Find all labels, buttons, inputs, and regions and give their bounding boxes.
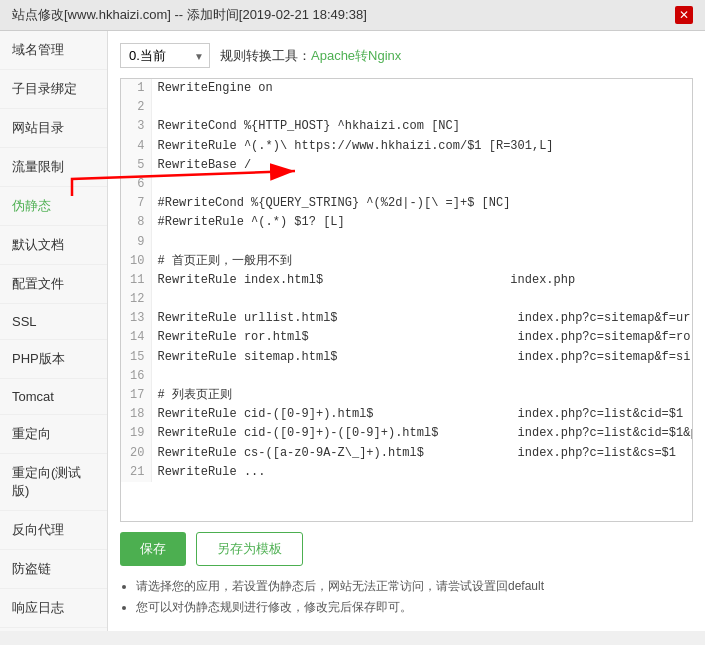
code-line-18: 18RewriteRule cid-([0-9]+).html$ index.p… — [121, 405, 693, 424]
line-number: 4 — [121, 137, 151, 156]
line-content: RewriteRule sitemap.html$ index.php?c=si… — [151, 348, 693, 367]
sidebar-item-pseudo-static[interactable]: 伪静态 — [0, 187, 107, 226]
mode-select[interactable]: 0.当前 1.默认 2.自定义 — [120, 43, 210, 68]
window-title-bar: 站点修改[www.hkhaizi.com] -- 添加时间[2019-02-21… — [0, 0, 705, 31]
sidebar-item-tomcat[interactable]: Tomcat — [0, 379, 107, 415]
line-content: #RewriteRule ^(.*) $1? [L] — [151, 213, 693, 232]
line-content: RewriteRule ror.html$ index.php?c=sitema… — [151, 328, 693, 347]
line-content: RewriteRule ... — [151, 463, 693, 482]
line-number: 6 — [121, 175, 151, 194]
sidebar-item-subdir[interactable]: 子目录绑定 — [0, 70, 107, 109]
line-number: 12 — [121, 290, 151, 309]
sidebar-item-reverse-proxy[interactable]: 反向代理 — [0, 511, 107, 550]
code-line-14: 14RewriteRule ror.html$ index.php?c=site… — [121, 328, 693, 347]
converter-link[interactable]: Apache转Nginx — [311, 48, 401, 63]
buttons-row: 保存 另存为模板 — [120, 532, 693, 566]
code-line-11: 11RewriteRule index.html$ index.php — [121, 271, 693, 290]
line-content: # 列表页正则 — [151, 386, 693, 405]
line-content: RewriteRule cid-([0-9]+).html$ index.php… — [151, 405, 693, 424]
line-number: 20 — [121, 444, 151, 463]
line-content — [151, 290, 693, 309]
line-number: 1 — [121, 79, 151, 98]
main-container: 域名管理子目录绑定网站目录流量限制伪静态默认文档配置文件SSLPHP版本Tomc… — [0, 31, 705, 631]
line-number: 15 — [121, 348, 151, 367]
line-number: 13 — [121, 309, 151, 328]
code-table: 1RewriteEngine on23RewriteCond %{HTTP_HO… — [121, 79, 693, 482]
sidebar-item-config-file[interactable]: 配置文件 — [0, 265, 107, 304]
code-editor[interactable]: 1RewriteEngine on23RewriteCond %{HTTP_HO… — [120, 78, 693, 522]
line-number: 7 — [121, 194, 151, 213]
code-line-2: 2 — [121, 98, 693, 117]
line-content — [151, 175, 693, 194]
line-content: RewriteBase / — [151, 156, 693, 175]
line-content — [151, 233, 693, 252]
line-content — [151, 367, 693, 386]
sidebar-item-anti-hotlink[interactable]: 防盗链 — [0, 550, 107, 589]
line-content — [151, 98, 693, 117]
save-as-template-button[interactable]: 另存为模板 — [196, 532, 303, 566]
rule-converter: 规则转换工具：Apache转Nginx — [220, 47, 401, 65]
sidebar-item-ssl[interactable]: SSL — [0, 304, 107, 340]
line-content: RewriteCond %{HTTP_HOST} ^hkhaizi.com [N… — [151, 117, 693, 136]
line-content: RewriteEngine on — [151, 79, 693, 98]
code-line-3: 3RewriteCond %{HTTP_HOST} ^hkhaizi.com [… — [121, 117, 693, 136]
code-line-16: 16 — [121, 367, 693, 386]
code-line-9: 9 — [121, 233, 693, 252]
code-line-4: 4RewriteRule ^(.*)\ https://www.hkhaizi.… — [121, 137, 693, 156]
code-line-15: 15RewriteRule sitemap.html$ index.php?c=… — [121, 348, 693, 367]
line-number: 18 — [121, 405, 151, 424]
line-number: 21 — [121, 463, 151, 482]
sidebar-item-website-dir[interactable]: 网站目录 — [0, 109, 107, 148]
close-button[interactable]: ✕ — [675, 6, 693, 24]
code-line-13: 13RewriteRule urllist.html$ index.php?c=… — [121, 309, 693, 328]
line-number: 19 — [121, 424, 151, 443]
notes: 请选择您的应用，若设置伪静态后，网站无法正常访问，请尝试设置回default您可… — [120, 576, 693, 619]
sidebar-item-default-doc[interactable]: 默认文档 — [0, 226, 107, 265]
sidebar: 域名管理子目录绑定网站目录流量限制伪静态默认文档配置文件SSLPHP版本Tomc… — [0, 31, 108, 631]
line-number: 14 — [121, 328, 151, 347]
line-number: 8 — [121, 213, 151, 232]
sidebar-item-redirect-test[interactable]: 重定向(测试版) — [0, 454, 107, 511]
converter-prefix: 规则转换工具： — [220, 48, 311, 63]
code-line-17: 17# 列表页正则 — [121, 386, 693, 405]
line-content: RewriteRule ^(.*)\ https://www.hkhaizi.c… — [151, 137, 693, 156]
save-button[interactable]: 保存 — [120, 532, 186, 566]
code-line-6: 6 — [121, 175, 693, 194]
line-number: 17 — [121, 386, 151, 405]
note-item: 您可以对伪静态规则进行修改，修改完后保存即可。 — [136, 597, 693, 619]
toolbar: 0.当前 1.默认 2.自定义 ▼ 规则转换工具：Apache转Nginx — [120, 43, 693, 68]
note-item: 请选择您的应用，若设置伪静态后，网站无法正常访问，请尝试设置回default — [136, 576, 693, 598]
sidebar-item-redirect[interactable]: 重定向 — [0, 415, 107, 454]
code-line-8: 8#RewriteRule ^(.*) $1? [L] — [121, 213, 693, 232]
code-line-19: 19RewriteRule cid-([0-9]+)-([0-9]+).html… — [121, 424, 693, 443]
code-line-12: 12 — [121, 290, 693, 309]
line-number: 5 — [121, 156, 151, 175]
sidebar-item-traffic-limit[interactable]: 流量限制 — [0, 148, 107, 187]
window-title-text: 站点修改[www.hkhaizi.com] -- 添加时间[2019-02-21… — [12, 6, 367, 24]
code-line-21: 21RewriteRule ... — [121, 463, 693, 482]
line-number: 10 — [121, 252, 151, 271]
line-content: RewriteRule cid-([0-9]+)-([0-9]+).html$ … — [151, 424, 693, 443]
code-line-7: 7#RewriteCond %{QUERY_STRING} ^(%2d|-)[\… — [121, 194, 693, 213]
sidebar-item-response-log[interactable]: 响应日志 — [0, 589, 107, 628]
sidebar-item-php-version[interactable]: PHP版本 — [0, 340, 107, 379]
content-area: 0.当前 1.默认 2.自定义 ▼ 规则转换工具：Apache转Nginx 1R… — [108, 31, 705, 631]
code-line-20: 20RewriteRule cs-([a-z0-9A-Z\_]+).html$ … — [121, 444, 693, 463]
sidebar-item-domain[interactable]: 域名管理 — [0, 31, 107, 70]
mode-select-wrapper: 0.当前 1.默认 2.自定义 ▼ — [120, 43, 210, 68]
line-content: RewriteRule urllist.html$ index.php?c=si… — [151, 309, 693, 328]
line-number: 11 — [121, 271, 151, 290]
line-content: # 首页正则，一般用不到 — [151, 252, 693, 271]
line-content: RewriteRule cs-([a-z0-9A-Z\_]+).html$ in… — [151, 444, 693, 463]
code-line-5: 5RewriteBase / — [121, 156, 693, 175]
line-number: 2 — [121, 98, 151, 117]
line-number: 3 — [121, 117, 151, 136]
code-line-1: 1RewriteEngine on — [121, 79, 693, 98]
code-line-10: 10# 首页正则，一般用不到 — [121, 252, 693, 271]
line-number: 16 — [121, 367, 151, 386]
line-number: 9 — [121, 233, 151, 252]
line-content: RewriteRule index.html$ index.php — [151, 271, 693, 290]
line-content: #RewriteCond %{QUERY_STRING} ^(%2d|-)[\ … — [151, 194, 693, 213]
